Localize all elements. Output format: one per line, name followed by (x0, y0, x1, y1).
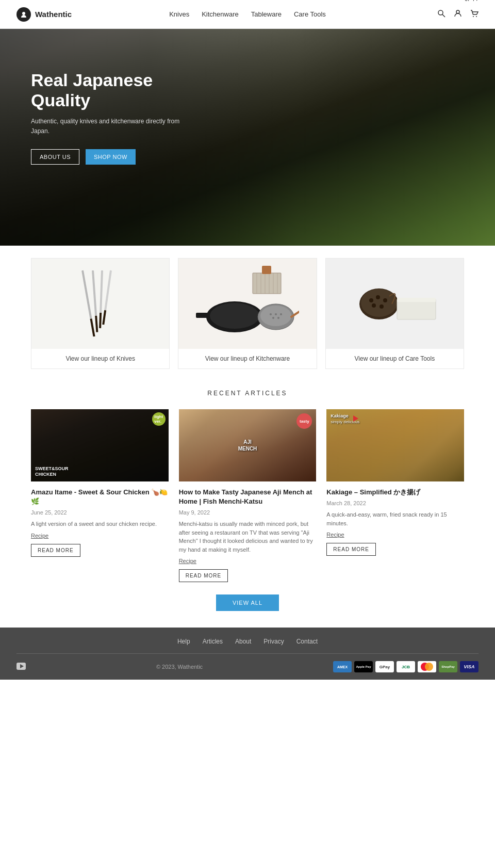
product-card-care-tools[interactable]: View our lineup of Care Tools (325, 258, 464, 369)
svg-point-1 (438, 10, 443, 15)
shop-now-button[interactable]: SHOP NOW (86, 149, 136, 165)
product-card-kitchenware[interactable]: View our lineup of Kitchenware (178, 258, 317, 369)
svg-rect-11 (99, 312, 102, 328)
read-more-button-2[interactable]: READ MORE (179, 569, 228, 582)
product-image-kitchenware (178, 259, 316, 349)
svg-point-30 (272, 317, 274, 319)
svg-point-26 (260, 306, 291, 326)
article-category-3[interactable]: Recipe (326, 532, 464, 538)
articles-title: RECENT ARTICLES (31, 390, 464, 397)
footer-link-articles[interactable]: Articles (203, 638, 223, 645)
article-card-3: Kakiage simply delicious Kakiage – Simpl… (326, 409, 464, 582)
svg-point-31 (277, 317, 279, 319)
about-us-button[interactable]: ABOUT US (31, 149, 79, 165)
article-title-1[interactable]: Amazu Itame - Sweet & Sour Chicken 🍗🍋🌿 (31, 488, 169, 506)
articles-section: RECENT ARTICLES SWEET&SOURCHICKEN lightv… (0, 381, 495, 628)
svg-point-36 (376, 295, 380, 299)
main-nav: Knives Kitchenware Tableware Care Tools (169, 10, 326, 18)
svg-rect-12 (104, 270, 112, 310)
article-card-2: tasty AJIMENCH How to Make Tasty Japanes… (179, 409, 317, 582)
nav-care-tools[interactable]: Care Tools (294, 10, 326, 18)
article-category-2[interactable]: Recipe (179, 558, 317, 564)
footer-copyright: © 2023, Wathentic (156, 664, 203, 670)
article-date-3: March 28, 2022 (326, 500, 464, 506)
payment-gpay: GPay (375, 661, 394, 672)
article-excerpt-1: A light version of a sweet and sour chic… (31, 520, 169, 528)
payment-apple-pay: Apple Pay (354, 661, 373, 672)
svg-point-35 (369, 298, 373, 302)
article-category-1[interactable]: Recipe (31, 533, 169, 539)
payment-shopify-pay: ShopPay (439, 661, 457, 672)
nav-knives[interactable]: Knives (169, 10, 189, 18)
svg-point-5 (476, 16, 477, 17)
user-icon[interactable] (454, 9, 462, 19)
svg-rect-24 (196, 313, 209, 318)
logo[interactable]: Wathentic (16, 7, 72, 22)
svg-rect-9 (95, 315, 98, 332)
svg-rect-41 (397, 298, 436, 302)
svg-rect-21 (262, 266, 271, 274)
article-image-3[interactable]: Kakiage simply delicious (326, 409, 464, 481)
svg-rect-7 (90, 318, 95, 336)
svg-rect-10 (100, 270, 103, 312)
svg-point-38 (372, 303, 376, 308)
svg-rect-6 (81, 270, 92, 318)
article-title-3[interactable]: Kakiage – Simplified かき揚げ (326, 488, 464, 497)
svg-point-29 (280, 313, 282, 315)
article-card-1: SWEET&SOURCHICKEN lightver. Amazu Itame … (31, 409, 169, 582)
footer-bottom: © 2023, Wathentic AMEX Apple Pay GPay JC… (16, 653, 478, 680)
article-date-2: May 9, 2022 (179, 509, 317, 516)
hero-subtitle: Authentic, quality knives and kitchenwar… (31, 117, 186, 136)
footer-link-privacy[interactable]: Privacy (263, 638, 284, 645)
youtube-icon[interactable] (16, 663, 26, 671)
payment-visa: VISA (460, 661, 478, 672)
search-icon[interactable] (437, 9, 446, 20)
payment-mastercard (418, 661, 436, 672)
read-more-button-3[interactable]: READ MORE (326, 543, 376, 556)
footer-link-contact[interactable]: Contact (296, 638, 318, 645)
header-right: JPY▾ (437, 9, 478, 20)
payment-amex: AMEX (333, 661, 352, 672)
read-more-button-1[interactable]: READ MORE (31, 544, 80, 557)
logo-text: Wathentic (35, 10, 72, 19)
payment-badges: AMEX Apple Pay GPay JCB ShopPay VISA (333, 661, 478, 672)
svg-point-27 (270, 313, 272, 315)
svg-rect-8 (92, 270, 97, 315)
svg-point-37 (383, 298, 387, 302)
article-excerpt-3: A quick-and-easy, warm, fried snack read… (326, 510, 464, 527)
svg-point-23 (210, 303, 259, 329)
svg-point-45 (425, 663, 433, 671)
svg-point-3 (456, 10, 459, 13)
article-body-2: Menchi-katsu is usually made with minced… (179, 520, 317, 554)
product-image-care-tools (326, 259, 464, 349)
product-label-knives: View our lineup of Knives (31, 349, 169, 368)
header: Wathentic Knives Kitchenware Tableware C… (0, 0, 495, 29)
article-image-2[interactable]: tasty AJIMENCH (179, 409, 317, 481)
svg-line-2 (442, 14, 445, 17)
product-section: View our lineup of Knives (0, 246, 495, 381)
svg-point-0 (22, 12, 25, 15)
hero-content: Real Japanese Quality Authentic, quality… (0, 29, 217, 206)
nav-tableware[interactable]: Tableware (251, 10, 282, 18)
product-label-kitchenware: View our lineup of Kitchenware (178, 349, 316, 368)
hero-title: Real Japanese Quality (31, 70, 186, 110)
view-all-button[interactable]: VIEW ALL (216, 594, 279, 611)
footer-link-about[interactable]: About (235, 638, 251, 645)
product-image-knives (31, 259, 169, 349)
hero-buttons: ABOUT US SHOP NOW (31, 149, 186, 165)
product-label-care-tools: View our lineup of Care Tools (326, 349, 464, 368)
product-card-knives[interactable]: View our lineup of Knives (31, 258, 170, 369)
payment-jcb: JCB (397, 661, 415, 672)
nav-kitchenware[interactable]: Kitchenware (202, 10, 239, 18)
article-date-1: June 25, 2022 (31, 509, 169, 516)
svg-point-4 (473, 16, 474, 17)
svg-point-28 (275, 313, 277, 315)
cart-icon[interactable] (470, 9, 478, 19)
footer-link-help[interactable]: Help (177, 638, 190, 645)
hero-section: Real Japanese Quality Authentic, quality… (0, 29, 495, 246)
currency-selector[interactable]: JPY▾ (465, 0, 478, 3)
product-grid: View our lineup of Knives (31, 258, 464, 369)
logo-icon (16, 7, 31, 22)
article-image-1[interactable]: SWEET&SOURCHICKEN lightver. (31, 409, 169, 481)
article-title-2[interactable]: How to Make Tasty Japanese Aji Mench at … (179, 488, 317, 506)
